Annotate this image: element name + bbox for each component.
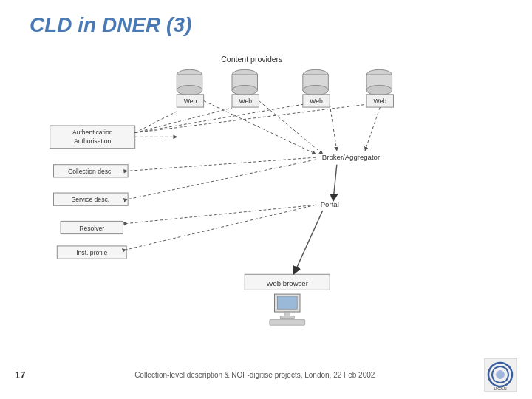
svg-line-44 bbox=[204, 100, 316, 154]
svg-line-49 bbox=[128, 160, 316, 200]
svg-rect-38 bbox=[280, 316, 294, 319]
svg-rect-37 bbox=[284, 312, 290, 316]
svg-point-2 bbox=[177, 85, 202, 95]
content-providers-label: Content providers bbox=[221, 55, 282, 64]
svg-line-45 bbox=[259, 100, 322, 154]
svg-rect-39 bbox=[270, 320, 305, 326]
ukoln-logo: UKOLN bbox=[484, 358, 517, 392]
svg-point-11 bbox=[366, 85, 392, 95]
svg-line-41 bbox=[135, 108, 232, 133]
svg-text:Web: Web bbox=[239, 98, 252, 105]
slide-title: CLD in DNER (3) bbox=[30, 13, 191, 37]
svg-point-5 bbox=[232, 85, 258, 95]
svg-text:Resolver: Resolver bbox=[79, 225, 104, 232]
svg-line-52 bbox=[333, 165, 337, 200]
footer: 17 Collection-level description & NOF-di… bbox=[0, 358, 532, 392]
svg-line-53 bbox=[294, 211, 322, 273]
svg-text:Web browser: Web browser bbox=[267, 279, 309, 287]
svg-text:Web: Web bbox=[310, 98, 323, 105]
svg-text:Web: Web bbox=[374, 98, 387, 105]
svg-point-8 bbox=[303, 85, 329, 95]
svg-text:Authorisation: Authorisation bbox=[74, 137, 111, 145]
svg-text:Authentication: Authentication bbox=[72, 129, 113, 136]
slide-container: CLD in DNER (3) Content providers Web We… bbox=[0, 0, 532, 399]
diagram-svg: Content providers Web Web Web Web bbox=[0, 41, 532, 381]
svg-line-46 bbox=[330, 104, 337, 150]
svg-line-50 bbox=[128, 205, 316, 223]
footer-caption: Collection-level description & NOF-digit… bbox=[134, 371, 375, 379]
svg-line-42 bbox=[135, 104, 303, 132]
svg-text:Service desc.: Service desc. bbox=[71, 197, 109, 204]
svg-line-51 bbox=[126, 205, 316, 249]
svg-text:Collection desc.: Collection desc. bbox=[68, 168, 113, 175]
svg-text:UKOLN: UKOLN bbox=[494, 386, 507, 391]
page-number: 17 bbox=[15, 369, 25, 381]
svg-rect-36 bbox=[277, 296, 297, 309]
svg-line-48 bbox=[128, 157, 316, 171]
svg-text:Inst. profile: Inst. profile bbox=[76, 249, 107, 256]
svg-line-43 bbox=[135, 104, 366, 132]
svg-text:Broker/Aggregator: Broker/Aggregator bbox=[322, 153, 381, 161]
svg-text:Portal: Portal bbox=[321, 200, 339, 208]
svg-text:Web: Web bbox=[184, 98, 197, 105]
svg-line-47 bbox=[365, 107, 380, 150]
